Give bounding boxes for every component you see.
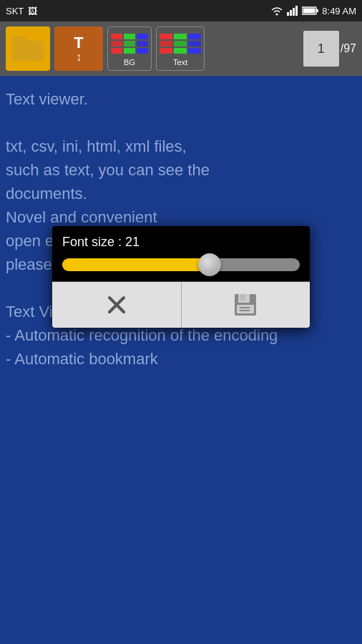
page-number-input[interactable]	[303, 31, 339, 67]
svg-rect-4	[295, 6, 298, 16]
svg-rect-3	[293, 8, 295, 16]
svg-rect-15	[240, 310, 250, 311]
main-content: Text viewer. txt, csv, ini, html, xml fi…	[0, 76, 362, 644]
toolbar: T ↕	[0, 21, 362, 76]
dialog-overlay: Font size : 21	[0, 76, 362, 644]
font-size-icon: T ↕	[74, 35, 83, 63]
dialog-title: Font size : 21	[52, 226, 310, 254]
folder-icon	[12, 36, 44, 61]
svg-rect-13	[237, 305, 254, 313]
signal-icon	[286, 6, 299, 16]
status-left: SKT 🖼	[6, 6, 37, 16]
font-size-dialog: Font size : 21	[52, 226, 310, 328]
svg-rect-1	[287, 12, 289, 16]
bg-color-button[interactable]: BG	[107, 26, 152, 71]
status-right: 8:49 AM	[270, 6, 356, 16]
dialog-buttons	[52, 281, 310, 328]
dialog-save-button[interactable]	[182, 282, 310, 328]
font-size-button[interactable]: T ↕	[54, 26, 103, 71]
svg-rect-14	[240, 307, 250, 308]
dialog-cancel-button[interactable]	[52, 282, 182, 328]
svg-point-0	[276, 14, 278, 16]
font-t-label: T	[74, 35, 83, 51]
page-total-label: /97	[341, 42, 356, 55]
font-size-slider-track[interactable]	[62, 258, 300, 271]
wifi-icon	[270, 6, 283, 16]
svg-rect-12	[240, 294, 245, 301]
carrier-label: SKT	[6, 6, 24, 16]
save-icon	[233, 292, 258, 318]
screenshot-icon: 🖼	[28, 6, 37, 16]
text-color-bars	[157, 31, 204, 57]
bg-color-bars	[108, 31, 151, 57]
font-size-slider-thumb[interactable]	[198, 253, 221, 276]
slider-container	[52, 254, 310, 281]
text-color-button[interactable]: Text	[156, 26, 205, 71]
svg-rect-6	[316, 9, 318, 12]
font-arrows-label: ↕	[76, 52, 82, 63]
text-label: Text	[157, 58, 204, 67]
open-folder-button[interactable]	[6, 26, 50, 71]
page-input-wrapper: /97	[303, 31, 356, 67]
status-bar: SKT 🖼 8:49 AM	[0, 0, 362, 21]
battery-icon	[302, 6, 319, 16]
svg-rect-7	[303, 9, 315, 14]
time-label: 8:49 AM	[322, 6, 356, 16]
svg-rect-2	[290, 10, 292, 16]
bg-label: BG	[108, 58, 151, 67]
cancel-icon	[104, 292, 129, 318]
